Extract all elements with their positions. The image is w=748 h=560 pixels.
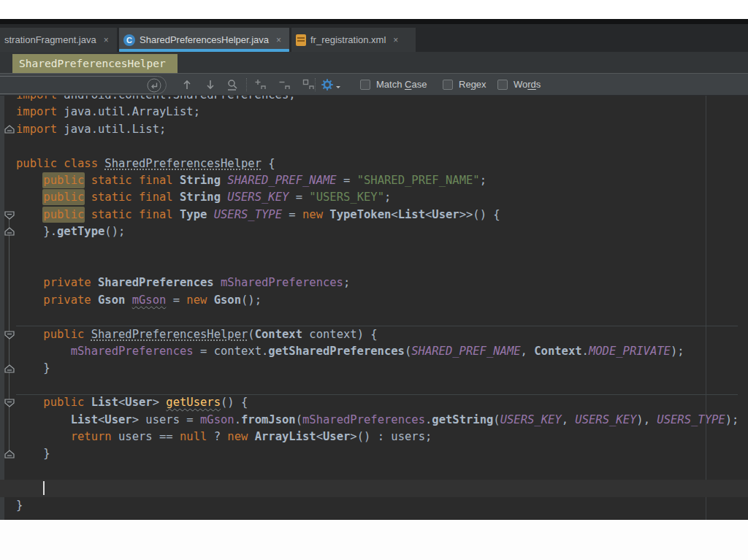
fold-end-icon[interactable]: [4, 226, 15, 237]
select-all-occurrences-icon: [302, 79, 315, 91]
code-line[interactable]: public SharedPreferencesHelper(Context c…: [0, 326, 748, 343]
previous-occurrence-button[interactable]: [178, 77, 196, 93]
filter-gear-icon: [320, 77, 340, 92]
remove-occurrence-icon: [278, 79, 291, 91]
fold-collapse-icon[interactable]: [4, 397, 15, 408]
fold-end-icon[interactable]: [4, 449, 15, 460]
toolbar-separator: [315, 78, 316, 91]
code-line[interactable]: public static final String USERS_KEY = "…: [0, 189, 748, 206]
checkbox-label: Regex: [459, 79, 486, 90]
letterbox-top: [0, 0, 748, 19]
checkbox-icon[interactable]: [360, 80, 370, 90]
checkbox-label: Match Case: [376, 79, 427, 90]
tab-label: strationFragment.java: [4, 34, 96, 45]
words-checkbox[interactable]: Words: [497, 74, 541, 95]
match-case-checkbox[interactable]: Match Case: [360, 74, 427, 95]
code-line[interactable]: mSharedPreferences = context.getSharedPr…: [0, 343, 748, 360]
code-line[interactable]: public static final Type USERS_TYPE = ne…: [0, 207, 748, 223]
tab-label: SharedPreferencesHelper.java: [140, 34, 269, 45]
code-line[interactable]: [0, 480, 748, 496]
tab-fr-registration-xml[interactable]: fr_registration.xml ×: [291, 28, 416, 52]
code-line[interactable]: }.getType();: [0, 223, 748, 240]
code-line[interactable]: [0, 258, 748, 275]
fold-collapse-icon[interactable]: [4, 210, 15, 220]
code-editor[interactable]: import android.content.SharedPreferences…: [0, 96, 748, 520]
method-separator: [16, 326, 738, 326]
next-occurrence-button[interactable]: [202, 77, 219, 93]
close-icon[interactable]: ×: [393, 35, 398, 45]
add-occurrence-icon: [254, 79, 267, 91]
find-all-button[interactable]: [224, 77, 241, 93]
tab-registrationfragment-java[interactable]: strationFragment.java ×: [0, 28, 117, 52]
letterbox-bottom: [0, 520, 748, 560]
checkbox-icon[interactable]: [497, 80, 508, 90]
method-separator: [16, 394, 738, 395]
screenshot-frame: strationFragment.java × C SharedPreferen…: [0, 0, 748, 560]
code-line[interactable]: import android.content.SharedPreferences…: [0, 96, 748, 104]
fold-end-icon[interactable]: [4, 124, 15, 135]
code-line[interactable]: [0, 377, 748, 394]
code-line[interactable]: [0, 309, 748, 326]
code-line[interactable]: private Gson mGson = new Gson();: [0, 292, 748, 309]
search-popup-text: SharedPreferencesHelper: [19, 58, 166, 69]
search-input[interactable]: [0, 76, 167, 94]
code-line[interactable]: List<User> users = mGson.fromJson(mShare…: [0, 412, 748, 429]
class-icon: C: [123, 34, 135, 46]
find-toolbar: Match Case Regex Words: [0, 73, 748, 96]
code-line[interactable]: [0, 463, 748, 480]
window-top-strip: [0, 19, 748, 24]
code-line[interactable]: public class SharedPreferencesHelper {: [0, 156, 748, 172]
enter-icon: [146, 77, 162, 93]
code-line[interactable]: public static final String SHARED_PREF_N…: [0, 172, 748, 189]
code-line[interactable]: [0, 138, 748, 155]
regex-checkbox[interactable]: Regex: [443, 74, 486, 95]
tab-label: fr_registration.xml: [310, 34, 386, 45]
xml-file-icon: [296, 34, 306, 46]
close-icon[interactable]: ×: [104, 35, 109, 45]
code-line[interactable]: private SharedPreferences mSharedPrefere…: [0, 275, 748, 291]
checkbox-label: Words: [514, 79, 541, 90]
code-line[interactable]: import java.util.ArrayList;: [0, 104, 748, 120]
code-line[interactable]: }: [0, 360, 748, 377]
code-line[interactable]: [0, 241, 748, 258]
remove-occurrence-button[interactable]: [275, 77, 293, 93]
add-occurrence-button[interactable]: [251, 77, 269, 93]
fold-end-icon[interactable]: [4, 364, 15, 375]
toolbar-separator: [246, 78, 247, 91]
search-popup-row: SharedPreferencesHelper: [0, 52, 748, 73]
find-all-icon: [226, 79, 238, 91]
code-line[interactable]: public List<User> getUsers() {: [0, 394, 748, 411]
arrow-down-icon: [205, 79, 215, 91]
fold-collapse-icon[interactable]: [4, 329, 15, 340]
code-line[interactable]: import java.util.List;: [0, 121, 748, 138]
arrow-up-icon: [182, 79, 192, 91]
code-line[interactable]: return users == null ? new ArrayList<Use…: [0, 429, 748, 445]
search-history-popup-item[interactable]: SharedPreferencesHelper: [12, 54, 178, 73]
text-caret: [43, 481, 45, 495]
close-icon[interactable]: ×: [276, 35, 281, 45]
checkbox-icon[interactable]: [443, 80, 453, 90]
code-line[interactable]: }: [0, 445, 748, 462]
dropdown-arrow-icon: [336, 86, 340, 88]
search-options-button[interactable]: [319, 77, 341, 93]
code-line[interactable]: }: [0, 497, 748, 514]
editor-tab-bar: strationFragment.java × C SharedPreferen…: [0, 24, 748, 52]
